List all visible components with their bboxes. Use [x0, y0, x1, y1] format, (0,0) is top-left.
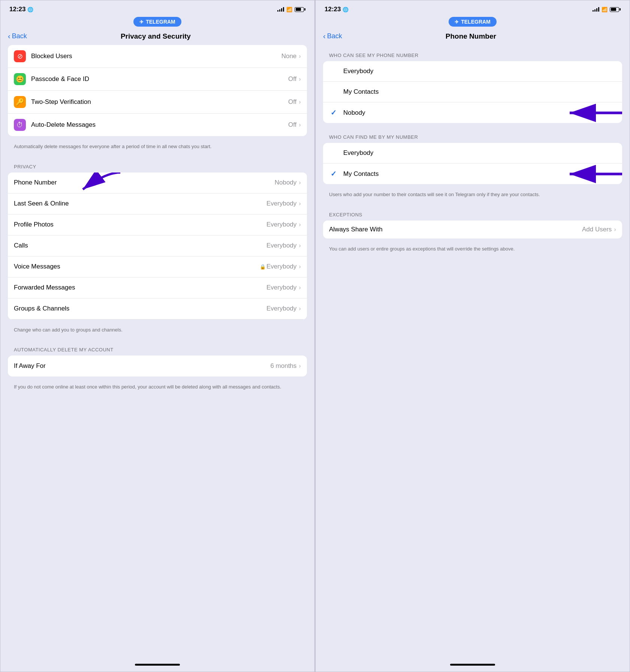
auto-delete-value: Off [288, 121, 296, 129]
calls-value: Everybody [266, 242, 296, 249]
status-icons-left: 📶 [277, 7, 305, 12]
forwarded-messages-label: Forwarded Messages [14, 284, 266, 291]
my-contacts-find-row[interactable]: ✓ My Contacts [323, 164, 622, 184]
content-right: WHO CAN SEE MY PHONE NUMBER Everybody My… [316, 45, 630, 661]
if-away-group: If Away For 6 months › [8, 356, 307, 376]
security-group: ⊘ Blocked Users None › 😊 Passcode & Face… [8, 45, 307, 136]
page-title-right: Phone Number [320, 32, 622, 40]
left-phone: 12:23 🌐 📶 ✈ TELEGRAM [0, 0, 315, 672]
profile-photos-label: Profile Photos [14, 221, 266, 228]
last-seen-row[interactable]: Last Seen & Online Everybody › [8, 194, 307, 214]
calls-row[interactable]: Calls Everybody › [8, 236, 307, 256]
passcode-chevron: › [299, 75, 301, 83]
everybody-find-check [331, 149, 340, 157]
purple-arrow-contacts [558, 166, 622, 182]
status-icons-right: 📶 [593, 7, 621, 12]
phone-number-chevron: › [299, 179, 301, 186]
wifi-icon-left: 📶 [286, 7, 292, 12]
home-bar-right [450, 664, 495, 666]
blocked-users-icon: ⊘ [14, 50, 26, 62]
if-away-footer: If you do not come online at least once … [8, 380, 307, 397]
lock-icon: 🔒 [260, 264, 266, 270]
always-share-group: Always Share With Add Users › [323, 220, 622, 238]
page-title-left: Privacy and Security [4, 32, 307, 40]
everybody-see-check [331, 67, 340, 75]
time-left: 12:23 [9, 6, 25, 13]
nobody-see-row[interactable]: ✓ Nobody [323, 102, 622, 123]
last-seen-label: Last Seen & Online [14, 200, 266, 207]
always-share-label: Always Share With [329, 226, 582, 233]
my-contacts-see-check [331, 88, 340, 96]
calls-label: Calls [14, 242, 266, 249]
globe-icon-right: 🌐 [343, 7, 349, 12]
forwarded-messages-row[interactable]: Forwarded Messages Everybody › [8, 278, 307, 298]
everybody-see-row[interactable]: Everybody [323, 61, 622, 82]
two-step-label: Two-Step Verification [31, 98, 288, 106]
who-see-group: Everybody My Contacts ✓ Nobody [323, 61, 622, 123]
telegram-plane-icon-right: ✈ [455, 19, 459, 25]
content-left: ⊘ Blocked Users None › 😊 Passcode & Face… [0, 45, 314, 661]
right-phone: 12:23 🌐 📶 ✈ TELEGRAM [315, 0, 630, 672]
blocked-users-chevron: › [299, 52, 301, 60]
time-right: 12:23 [325, 6, 341, 13]
status-bar-right: 12:23 🌐 📶 [316, 0, 630, 16]
two-step-value: Off [288, 98, 296, 106]
voice-messages-row[interactable]: Voice Messages 🔒 Everybody › [8, 256, 307, 278]
groups-footer: Change who can add you to groups and cha… [8, 323, 307, 340]
phone-number-label: Phone Number [14, 179, 275, 186]
passcode-row[interactable]: 😊 Passcode & Face ID Off › [8, 68, 307, 91]
exceptions-section-label: EXCEPTIONS [323, 204, 622, 220]
groups-channels-chevron: › [299, 305, 301, 312]
battery-icon-left [295, 7, 305, 12]
forwarded-messages-value: Everybody [266, 284, 296, 291]
profile-photos-row[interactable]: Profile Photos Everybody › [8, 214, 307, 236]
exceptions-footer: You can add users or entire groups as ex… [323, 242, 622, 259]
home-indicator-right [316, 661, 630, 672]
profile-photos-chevron: › [299, 221, 301, 228]
purple-arrow-nobody [558, 105, 622, 120]
if-away-row[interactable]: If Away For 6 months › [8, 356, 307, 376]
home-indicator-left [0, 661, 314, 672]
everybody-see-label: Everybody [343, 68, 373, 75]
two-step-chevron: › [299, 98, 301, 106]
auto-delete-label: Auto-Delete Messages [31, 121, 288, 129]
telegram-bar-right: ✈ TELEGRAM [316, 16, 630, 29]
blocked-users-label: Blocked Users [31, 52, 281, 60]
battery-icon-right [610, 7, 621, 12]
everybody-find-label: Everybody [343, 149, 373, 157]
signal-icon-right [593, 7, 599, 12]
nobody-see-check: ✓ [331, 108, 340, 117]
auto-delete-chevron: › [299, 121, 301, 129]
home-bar-left [135, 664, 180, 666]
wifi-icon-right: 📶 [602, 7, 608, 12]
groups-channels-label: Groups & Channels [14, 305, 266, 312]
add-users-label: Add Users [582, 226, 612, 233]
two-step-icon: 🔑 [14, 96, 26, 108]
if-away-label: If Away For [14, 362, 270, 370]
always-share-row[interactable]: Always Share With Add Users › [323, 220, 622, 238]
my-contacts-find-check: ✓ [331, 170, 340, 178]
two-step-row[interactable]: 🔑 Two-Step Verification Off › [8, 91, 307, 114]
find-footer: Users who add your number to their conta… [323, 188, 622, 204]
blocked-users-row[interactable]: ⊘ Blocked Users None › [8, 45, 307, 68]
globe-icon-left: 🌐 [27, 7, 33, 12]
always-share-chevron: › [614, 226, 616, 233]
calls-chevron: › [299, 242, 301, 249]
everybody-find-row[interactable]: Everybody [323, 143, 622, 164]
privacy-section-label: PRIVACY [8, 156, 307, 172]
passcode-icon: 😊 [14, 73, 26, 85]
phone-number-value: Nobody [275, 179, 297, 186]
groups-channels-row[interactable]: Groups & Channels Everybody › [8, 298, 307, 320]
voice-messages-chevron: › [299, 263, 301, 270]
auto-delete-section-label: AUTOMATICALLY DELETE MY ACCOUNT [8, 339, 307, 356]
my-contacts-see-row[interactable]: My Contacts [323, 82, 622, 102]
privacy-group: Phone Number Nobody › Last Seen & Online… [8, 172, 307, 320]
auto-delete-row[interactable]: ⏱ Auto-Delete Messages Off › [8, 114, 307, 136]
voice-messages-label: Voice Messages [14, 263, 260, 270]
blocked-users-value: None [281, 52, 297, 60]
if-away-value: 6 months [270, 362, 296, 370]
phone-number-row[interactable]: Phone Number Nobody › [8, 172, 307, 194]
signal-icon-left [277, 7, 284, 12]
nav-bar-left: ‹ Back Privacy and Security [0, 29, 314, 45]
nav-bar-right: ‹ Back Phone Number [316, 29, 630, 45]
